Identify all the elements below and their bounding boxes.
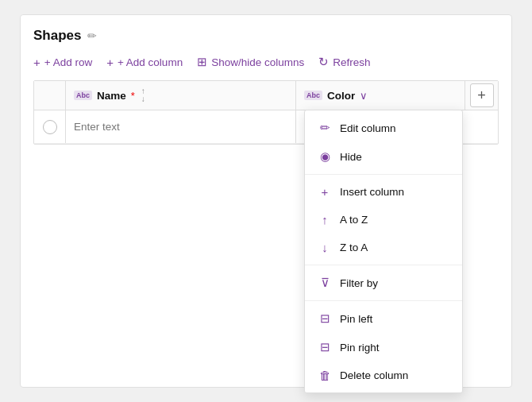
sort-desc-icon[interactable]: ↓	[141, 95, 145, 103]
add-column-label: + Add column	[118, 56, 183, 68]
plus-icon: +	[33, 56, 40, 69]
name-column-header: Abc Name * ↑ ↓	[66, 81, 296, 110]
delete-column-icon: 🗑	[318, 369, 332, 382]
name-sort-icons: ↑ ↓	[141, 87, 145, 103]
row-name-cell[interactable]	[66, 110, 296, 143]
hide-icon: ◉	[318, 149, 332, 164]
table-header: Abc Name * ↑ ↓ Abc Color ∨ ✏Edit column◉…	[34, 81, 498, 110]
edit-column-icon: ✏	[318, 121, 332, 135]
a-to-z-label: A to Z	[340, 214, 368, 226]
menu-item-delete-column[interactable]: 🗑Delete column	[305, 361, 462, 389]
name-input[interactable]	[74, 121, 287, 133]
add-col-button[interactable]: +	[470, 83, 494, 107]
row-selector-circle[interactable]	[43, 120, 57, 134]
header-checkbox-col	[34, 81, 66, 110]
hide-label: Hide	[340, 151, 362, 163]
pin-right-icon: ⊟	[318, 340, 332, 354]
menu-item-pin-right[interactable]: ⊟Pin right	[305, 333, 462, 361]
menu-item-edit-column[interactable]: ✏Edit column	[305, 114, 462, 142]
color-column-dropdown: ✏Edit column◉Hide+Insert column↑A to Z↓Z…	[304, 110, 463, 393]
add-row-button[interactable]: + + Add row	[33, 56, 92, 69]
a-to-z-icon: ↑	[318, 213, 332, 226]
refresh-label: Refresh	[333, 56, 370, 68]
name-required-star: *	[131, 90, 135, 102]
menu-item-pin-left[interactable]: ⊟Pin left	[305, 304, 462, 333]
panel-title: Shapes	[33, 28, 81, 44]
filter-by-label: Filter by	[340, 277, 378, 289]
add-row-label: + Add row	[44, 56, 92, 68]
show-hide-button[interactable]: ⊞ Show/hide columns	[197, 55, 304, 69]
filter-by-icon: ⊽	[318, 276, 332, 290]
menu-item-hide[interactable]: ◉Hide	[305, 142, 462, 171]
panel-title-row: Shapes ✏	[33, 28, 499, 44]
menu-item-insert-column[interactable]: +Insert column	[305, 178, 462, 206]
color-chevron-icon[interactable]: ∨	[360, 90, 368, 102]
z-to-a-icon: ↓	[318, 241, 332, 254]
data-table: Abc Name * ↑ ↓ Abc Color ∨ ✏Edit column◉…	[33, 80, 499, 145]
delete-column-label: Delete column	[340, 369, 408, 381]
columns-icon: ⊞	[197, 55, 207, 69]
pin-right-label: Pin right	[340, 342, 380, 354]
color-type-icon: Abc	[304, 91, 322, 100]
menu-item-a-to-z[interactable]: ↑A to Z	[305, 206, 462, 234]
insert-column-label: Insert column	[340, 186, 404, 198]
color-col-label: Color	[327, 90, 355, 102]
refresh-button[interactable]: ↻ Refresh	[318, 55, 370, 69]
add-column-col: +	[465, 81, 498, 110]
insert-column-icon: +	[318, 185, 332, 199]
show-hide-label: Show/hide columns	[211, 56, 304, 68]
pin-left-label: Pin left	[340, 313, 372, 325]
pin-left-icon: ⊟	[318, 311, 332, 326]
row-checkbox-cell	[34, 110, 66, 143]
menu-item-z-to-a[interactable]: ↓Z to A	[305, 234, 462, 261]
refresh-icon: ↻	[318, 55, 329, 69]
color-column-header[interactable]: Abc Color ∨ ✏Edit column◉Hide+Insert col…	[296, 81, 465, 110]
plus-icon-2: +	[106, 56, 114, 69]
add-column-button[interactable]: + + Add column	[106, 56, 183, 69]
main-panel: Shapes ✏ + + Add row + + Add column ⊞ Sh…	[20, 14, 512, 388]
edit-column-label: Edit column	[340, 122, 396, 134]
menu-item-filter-by[interactable]: ⊽Filter by	[305, 269, 462, 297]
edit-title-icon[interactable]: ✏	[87, 29, 97, 42]
name-col-label: Name	[97, 90, 126, 102]
name-type-icon: Abc	[74, 91, 92, 100]
toolbar: + + Add row + + Add column ⊞ Show/hide c…	[33, 55, 499, 69]
z-to-a-label: Z to A	[340, 242, 368, 253]
